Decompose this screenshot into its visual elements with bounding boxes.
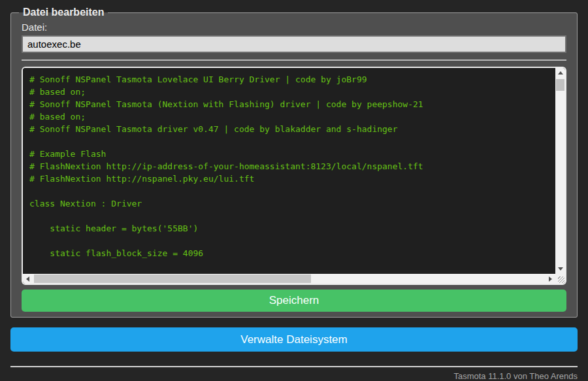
triangle-down-icon: [558, 267, 563, 271]
horizontal-scroll-thumb[interactable]: [34, 274, 311, 283]
triangle-left-icon: [26, 276, 29, 282]
scroll-down-arrow-icon[interactable]: [555, 264, 565, 274]
divider: [22, 59, 566, 61]
file-editor: # Sonoff NSPanel Tasmota Lovelace UI Ber…: [22, 67, 566, 285]
save-button[interactable]: Speichern: [22, 290, 566, 312]
footer-divider: [10, 366, 578, 367]
manage-filesystem-button[interactable]: Verwalte Dateisystem: [10, 327, 578, 352]
file-content-textarea[interactable]: # Sonoff NSPanel Tasmota Lovelace UI Ber…: [23, 68, 555, 274]
vertical-scroll-thumb[interactable]: [556, 79, 564, 91]
fieldset-legend: Datei bearbeiten: [19, 7, 108, 18]
triangle-right-icon: [549, 276, 552, 282]
footer-version-text: Tasmota 11.1.0 von Theo Arends: [10, 371, 578, 381]
page: Datei bearbeiten Datei: # Sonoff NSPanel…: [0, 0, 588, 381]
horizontal-scrollbar[interactable]: [23, 274, 555, 284]
scrollbar-corner: [555, 274, 565, 284]
scroll-left-arrow-icon[interactable]: [23, 274, 33, 284]
scroll-right-arrow-icon[interactable]: [546, 274, 555, 284]
vertical-scrollbar[interactable]: [555, 68, 565, 274]
file-edit-fieldset: Datei bearbeiten Datei: # Sonoff NSPanel…: [10, 7, 578, 318]
resize-grip-icon[interactable]: [558, 276, 564, 283]
scroll-up-arrow-icon[interactable]: [555, 68, 565, 78]
file-name-label: Datei:: [22, 22, 572, 33]
file-name-input[interactable]: [22, 35, 566, 53]
triangle-up-icon: [558, 71, 563, 75]
